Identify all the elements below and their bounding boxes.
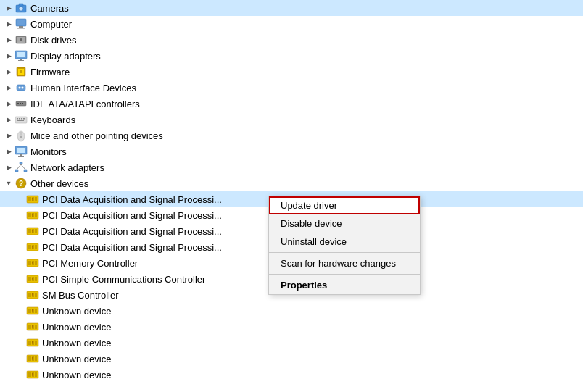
svg-text:!: !: [32, 245, 33, 249]
tree-item-unknown1[interactable]: !Unknown device: [0, 303, 583, 319]
svg-line-39: [17, 164, 21, 170]
svg-rect-38: [24, 170, 27, 172]
svg-text:!: !: [32, 261, 33, 265]
label-mice: Mice and other pointing devices: [30, 130, 583, 141]
svg-rect-56: [35, 229, 37, 233]
icon-unknown2: !: [26, 320, 39, 333]
tree-item-mice[interactable]: Mice and other pointing devices: [0, 128, 583, 143]
tree-item-unknown5[interactable]: !Unknown device: [0, 367, 583, 383]
tree-item-firmware[interactable]: Firmware: [0, 64, 583, 80]
arrow-pci-mem[interactable]: [15, 257, 26, 269]
svg-text:!: !: [32, 325, 33, 329]
tree-item-monitors[interactable]: Monitors: [0, 143, 583, 159]
svg-rect-35: [18, 156, 24, 157]
label-firmware: Firmware: [30, 67, 583, 78]
icon-unknown1: !: [26, 304, 39, 317]
tree-item-network[interactable]: Network adapters: [0, 159, 583, 175]
icon-pci4: !: [26, 241, 39, 254]
label-ide: IDE ATA/ATAPI controllers: [30, 99, 583, 109]
arrow-display-adapters[interactable]: [3, 50, 15, 62]
arrow-unknown5[interactable]: [15, 369, 26, 380]
arrow-pci1[interactable]: [15, 193, 26, 205]
arrow-unknown3[interactable]: [15, 337, 26, 349]
tree-item-hid[interactable]: Human Interface Devices: [0, 80, 583, 96]
svg-rect-94: [28, 356, 31, 361]
svg-text:?: ?: [19, 180, 23, 188]
svg-rect-81: [35, 309, 37, 313]
arrow-pci2[interactable]: [15, 209, 26, 221]
arrow-computer[interactable]: [3, 18, 15, 30]
svg-rect-46: [35, 197, 37, 201]
svg-rect-21: [20, 103, 21, 104]
arrow-pci4[interactable]: [15, 241, 26, 253]
menu-item-properties[interactable]: Properties: [269, 276, 420, 294]
tree-item-ide[interactable]: IDE ATA/ATAPI controllers: [0, 96, 583, 112]
icon-keyboards: [15, 113, 28, 126]
arrow-mice[interactable]: [3, 130, 15, 141]
arrow-hid[interactable]: [3, 82, 15, 93]
svg-rect-51: [35, 213, 37, 217]
arrow-ide[interactable]: [3, 98, 15, 109]
svg-rect-4: [19, 26, 23, 28]
svg-line-40: [21, 164, 25, 170]
arrow-smbus[interactable]: [15, 289, 26, 301]
tree-item-unknown4[interactable]: !Unknown device: [0, 351, 583, 367]
svg-rect-86: [35, 325, 37, 329]
svg-text:!: !: [32, 229, 33, 233]
arrow-unknown4[interactable]: [15, 353, 26, 364]
svg-rect-99: [28, 372, 31, 377]
svg-rect-64: [28, 261, 31, 265]
svg-rect-79: [28, 309, 31, 313]
tree-item-computer[interactable]: Computer: [0, 16, 583, 32]
icon-hid: [15, 81, 28, 94]
svg-rect-74: [28, 293, 31, 297]
icon-display-adapters: [15, 49, 28, 62]
tree-item-unknown3[interactable]: !Unknown device: [0, 335, 583, 351]
svg-text:!: !: [32, 293, 33, 297]
svg-rect-11: [20, 59, 22, 60]
svg-rect-28: [17, 120, 24, 122]
arrow-keyboards[interactable]: [3, 114, 15, 125]
icon-computer: [15, 17, 28, 30]
svg-point-31: [20, 136, 22, 138]
arrow-unknown2[interactable]: [15, 321, 26, 333]
svg-rect-27: [23, 118, 25, 120]
tree-item-unknown2[interactable]: !Unknown device: [0, 319, 583, 335]
tree-item-cameras[interactable]: Cameras: [0, 0, 583, 16]
svg-text:!: !: [32, 213, 33, 217]
svg-point-8: [20, 38, 22, 41]
separator-sep1: [269, 252, 420, 253]
menu-item-uninstall-device[interactable]: Uninstall device: [269, 233, 420, 251]
label-other: Other devices: [30, 178, 583, 189]
arrow-firmware[interactable]: [3, 66, 15, 78]
label-unknown5: Unknown device: [42, 370, 583, 380]
svg-rect-101: [35, 372, 37, 377]
arrow-cameras[interactable]: [3, 2, 15, 14]
icon-pci1: !: [26, 193, 39, 206]
arrow-monitors[interactable]: [3, 146, 15, 157]
tree-item-keyboards[interactable]: Keyboards: [0, 112, 583, 128]
arrow-network[interactable]: [3, 162, 15, 173]
svg-rect-84: [28, 325, 31, 329]
arrow-other[interactable]: [3, 178, 15, 189]
icon-smbus: !: [26, 288, 39, 301]
tree-item-disk-drives[interactable]: Disk drives: [0, 32, 583, 48]
icon-unknown3: !: [26, 336, 39, 349]
arrow-pci-comm[interactable]: [15, 273, 26, 285]
tree-item-display-adapters[interactable]: Display adapters: [0, 48, 583, 64]
menu-item-disable-device[interactable]: Disable device: [269, 214, 420, 233]
arrow-disk-drives[interactable]: [3, 34, 15, 46]
svg-text:!: !: [32, 372, 33, 377]
svg-text:!: !: [32, 277, 33, 281]
svg-rect-12: [18, 60, 24, 61]
svg-rect-15: [20, 70, 22, 73]
svg-rect-34: [20, 154, 22, 156]
arrow-pci3[interactable]: [15, 225, 26, 237]
menu-item-scan-hardware[interactable]: Scan for hardware changes: [269, 254, 420, 272]
icon-unknown5: !: [26, 368, 39, 381]
arrow-unknown1[interactable]: [15, 305, 26, 317]
menu-item-update-driver[interactable]: Update driver: [269, 196, 420, 214]
label-disk-drives: Disk drives: [30, 35, 583, 46]
tree-item-other[interactable]: ?Other devices: [0, 175, 583, 191]
label-network: Network adapters: [30, 162, 583, 173]
